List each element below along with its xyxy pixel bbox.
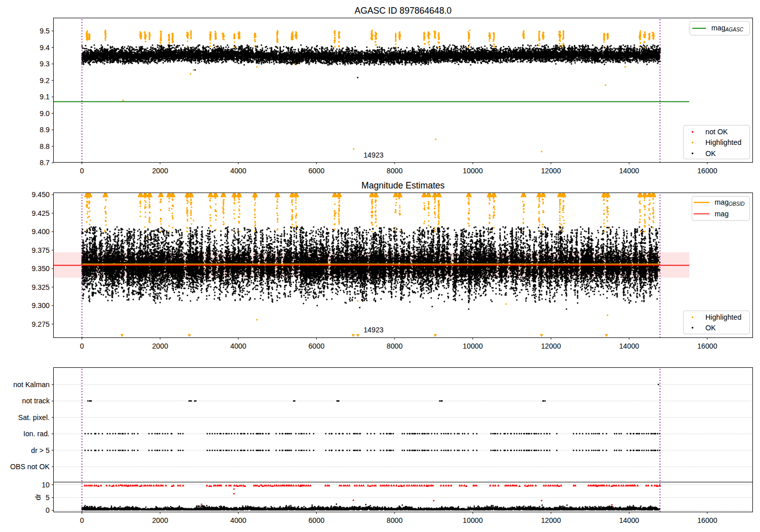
svg-text:9.425: 9.425 xyxy=(31,209,50,217)
svg-text:mag: mag xyxy=(711,24,726,32)
svg-text:9.400: 9.400 xyxy=(31,227,50,236)
svg-text:14923: 14923 xyxy=(363,326,384,334)
svg-text:8000: 8000 xyxy=(387,516,403,524)
svg-text:4000: 4000 xyxy=(231,516,247,524)
svg-text:dr > 5: dr > 5 xyxy=(31,446,50,454)
svg-text:10000: 10000 xyxy=(463,342,483,350)
svg-text:9.300: 9.300 xyxy=(31,301,50,310)
svg-text:6000: 6000 xyxy=(309,167,325,175)
svg-text:9.350: 9.350 xyxy=(31,264,50,273)
svg-text:OK: OK xyxy=(705,149,716,158)
svg-text:9.325: 9.325 xyxy=(31,283,50,291)
svg-text:9.1: 9.1 xyxy=(40,93,50,101)
svg-text:mag: mag xyxy=(715,198,729,206)
svg-text:AGASC: AGASC xyxy=(725,27,744,32)
svg-text:9.275: 9.275 xyxy=(31,320,50,328)
svg-text:9.4: 9.4 xyxy=(40,44,50,52)
svg-text:9.0: 9.0 xyxy=(40,109,50,118)
svg-text:12000: 12000 xyxy=(541,342,561,350)
svg-text:9.375: 9.375 xyxy=(31,246,50,254)
svg-text:OK: OK xyxy=(705,324,716,332)
svg-text:10000: 10000 xyxy=(463,516,483,524)
svg-text:14000: 14000 xyxy=(619,516,639,524)
svg-text:not Kalman: not Kalman xyxy=(13,381,50,389)
svg-text:Highlighted: Highlighted xyxy=(705,313,741,321)
svg-text:14000: 14000 xyxy=(619,167,639,175)
svg-text:8000: 8000 xyxy=(387,167,403,175)
svg-text:12000: 12000 xyxy=(541,516,561,524)
svg-text:9.3: 9.3 xyxy=(40,60,50,68)
svg-text:16000: 16000 xyxy=(697,342,717,350)
svg-text:9.2: 9.2 xyxy=(40,77,50,85)
svg-text:14923: 14923 xyxy=(363,151,384,159)
svg-text:5: 5 xyxy=(46,493,50,502)
svg-text:4000: 4000 xyxy=(231,167,247,175)
svg-text:2000: 2000 xyxy=(152,342,168,350)
svg-text:8.9: 8.9 xyxy=(40,126,50,134)
svg-text:12000: 12000 xyxy=(541,167,561,175)
svg-text:0: 0 xyxy=(80,516,84,524)
svg-text:10: 10 xyxy=(42,481,50,489)
svg-text:2000: 2000 xyxy=(152,516,168,524)
svg-text:6000: 6000 xyxy=(309,516,325,524)
svg-text:9.450: 9.450 xyxy=(31,191,50,199)
svg-text:9.5: 9.5 xyxy=(40,27,50,35)
svg-text:0: 0 xyxy=(80,167,84,175)
svg-text:16000: 16000 xyxy=(697,516,717,524)
svg-text:14000: 14000 xyxy=(619,342,639,350)
svg-text:6000: 6000 xyxy=(309,342,325,350)
svg-text:2000: 2000 xyxy=(152,167,168,175)
svg-text:8.7: 8.7 xyxy=(40,159,50,167)
svg-text:dr: dr xyxy=(34,493,42,500)
svg-text:10000: 10000 xyxy=(463,167,483,175)
svg-text:OBS not OK: OBS not OK xyxy=(10,463,50,471)
svg-text:Highlighted: Highlighted xyxy=(705,138,741,146)
svg-text:Sat. pixel.: Sat. pixel. xyxy=(18,413,50,422)
svg-text:OBSID: OBSID xyxy=(729,201,745,207)
svg-text:0: 0 xyxy=(46,506,50,514)
svg-text:Ion. rad.: Ion. rad. xyxy=(23,430,50,438)
svg-text:Magnitude Estimates: Magnitude Estimates xyxy=(361,180,444,191)
svg-text:8.8: 8.8 xyxy=(40,142,50,150)
svg-text:4000: 4000 xyxy=(231,342,247,350)
svg-text:AGASC ID 897864648.0: AGASC ID 897864648.0 xyxy=(355,6,452,16)
svg-text:not track: not track xyxy=(22,397,50,405)
svg-text:16000: 16000 xyxy=(697,167,717,175)
svg-text:8000: 8000 xyxy=(387,342,403,350)
svg-text:mag: mag xyxy=(715,210,729,218)
svg-text:not OK: not OK xyxy=(705,128,728,136)
svg-text:0: 0 xyxy=(80,342,84,350)
